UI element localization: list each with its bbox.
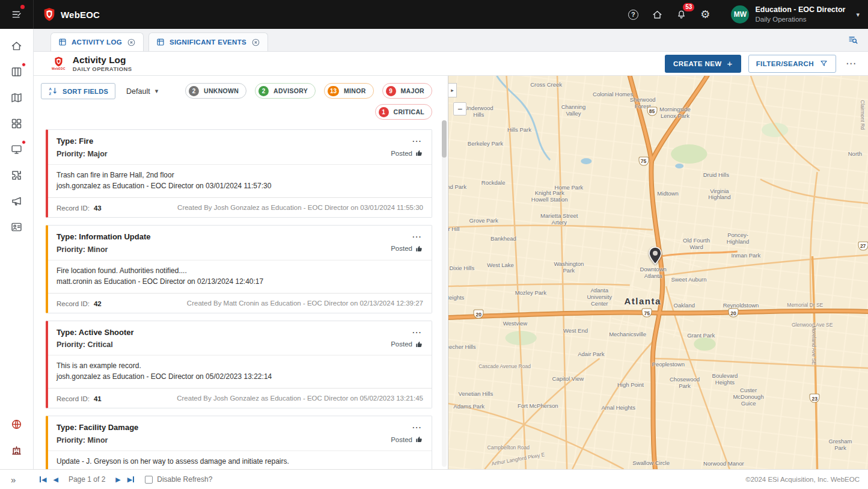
- disable-refresh-checkbox[interactable]: [145, 476, 153, 484]
- record-id-label: Record ID:: [57, 205, 90, 212]
- activity-record[interactable]: Type: Information Update Priority: Minor…: [46, 225, 432, 313]
- copyright: ©2024 ESi Acquisition, Inc. WebEOC: [745, 476, 860, 483]
- create-new-button[interactable]: CREATE NEW +: [665, 55, 741, 73]
- chip-label: UNKNOWN: [204, 87, 239, 94]
- tab-label: SIGNIFICANT EVENTS: [170, 38, 246, 46]
- sidebar-item-monitor[interactable]: [6, 138, 28, 160]
- chip-count-badge: 2: [189, 86, 199, 96]
- thumbs-up-icon: [415, 435, 423, 443]
- home-button[interactable]: [648, 5, 666, 23]
- record-type: Type: Fire: [57, 135, 108, 148]
- record-footer: Record ID:41 Created By Josh Gonzalez as…: [48, 388, 432, 408]
- prev-page-button[interactable]: ◀: [53, 476, 58, 483]
- sidebar-item-plugins[interactable]: [6, 164, 28, 186]
- next-page-button[interactable]: ▶: [115, 476, 120, 483]
- posted-label: Posted: [391, 436, 412, 443]
- sidebar-item-boards[interactable]: [6, 61, 28, 82]
- close-tab-icon[interactable]: [127, 38, 136, 47]
- record-created-by: Created By Josh Gonzalez as Education - …: [177, 204, 423, 211]
- record-priority: Priority: Minor: [57, 434, 138, 446]
- filter-chip-major[interactable]: 9MAJOR: [382, 83, 432, 99]
- svg-text:A: A: [49, 87, 52, 91]
- chevron-down-icon: ▾: [155, 87, 159, 95]
- filter-chip-critical[interactable]: 1CRITICAL: [375, 104, 432, 120]
- zoom-out-button[interactable]: −: [453, 102, 466, 115]
- record-id-value: 42: [94, 300, 102, 307]
- record-footer: Record ID:43 Created By Josh Gonzalez as…: [48, 197, 432, 217]
- home-icon: [10, 40, 23, 52]
- footer: » ◀ ◀ Page 1 of 2 ▶ ▶ Disable Refresh? ©…: [0, 469, 868, 489]
- sidebar-item-contacts[interactable]: [6, 216, 28, 238]
- record-type: Type: Active Shooter: [57, 327, 134, 339]
- map-marker-pin[interactable]: [648, 247, 662, 267]
- status-chips: 2UNKNOWN2ADVISORY13MINOR9MAJOR1CRITICAL: [181, 83, 432, 120]
- filter-chip-unknown[interactable]: 2UNKNOWN: [185, 83, 246, 99]
- settings-button[interactable]: ⚙: [696, 5, 714, 23]
- record-more-button[interactable]: ⋯: [410, 231, 423, 243]
- board-more-button[interactable]: ⋯: [843, 57, 858, 70]
- thumbs-up-icon: [415, 149, 423, 157]
- funnel-icon: [819, 59, 828, 68]
- contacts-icon: [10, 221, 23, 233]
- posted-label: Posted: [391, 245, 412, 252]
- record-id-label: Record ID:: [57, 300, 90, 307]
- notifications-button[interactable]: 53: [672, 5, 690, 23]
- chip-count-badge: 13: [328, 86, 339, 96]
- record-more-button[interactable]: ⋯: [410, 327, 423, 339]
- board-search-button[interactable]: [845, 32, 861, 48]
- filter-chip-minor[interactable]: 13MINOR: [324, 83, 374, 99]
- disable-refresh-label: Disable Refresh?: [157, 475, 212, 484]
- activity-record[interactable]: Type: Facility Damage Priority: Minor ⋯ …: [46, 416, 432, 469]
- tab-label: ACTIVITY LOG: [72, 38, 122, 46]
- record-header: Type: Facility Damage Priority: Minor ⋯ …: [48, 416, 432, 451]
- tab-activity-log[interactable]: ACTIVITY LOG: [50, 32, 144, 51]
- sidebar-item-maps[interactable]: [6, 87, 28, 108]
- record-list: Type: Fire Priority: Major ⋯ Posted Tras…: [34, 120, 448, 469]
- list-toolbar: AZ SORT FIELDS Default ▾ 2UNKNOWN2ADVISO…: [34, 76, 448, 120]
- board-grid-icon: [58, 38, 67, 46]
- sidebar-item-broadcast[interactable]: [6, 190, 28, 212]
- tab-bar: ACTIVITY LOGSIGNIFICANT EVENTS: [34, 29, 868, 52]
- sidebar-expand-button[interactable]: »: [11, 475, 24, 485]
- menu-button[interactable]: [0, 0, 34, 29]
- sidebar-item-globe[interactable]: [6, 413, 28, 435]
- tab-significant-events[interactable]: SIGNIFICANT EVENTS: [148, 32, 268, 51]
- help-button[interactable]: ?: [624, 5, 642, 23]
- avatar: MW: [731, 5, 749, 23]
- user-menu[interactable]: MW Education - EOC Director Daily Operat…: [731, 5, 860, 23]
- filter-chip-advisory[interactable]: 2ADVISORY: [255, 83, 316, 99]
- first-page-button[interactable]: ◀: [40, 476, 46, 483]
- disable-refresh-control: Disable Refresh?: [145, 475, 212, 484]
- activity-record[interactable]: Type: Active Shooter Priority: Critical …: [46, 321, 432, 409]
- gear-icon: ⚙: [700, 9, 710, 20]
- map-roads: [448, 76, 868, 469]
- svg-text:Z: Z: [49, 92, 51, 96]
- filter-search-button[interactable]: FILTER/SEARCH: [748, 55, 836, 73]
- menu-notification-dot: [20, 5, 25, 9]
- help-icon: ?: [628, 10, 638, 20]
- posted-label: Posted: [391, 340, 412, 348]
- plus-icon: +: [727, 58, 732, 69]
- sort-fields-button[interactable]: AZ SORT FIELDS: [41, 83, 115, 99]
- sort-order-value: Default: [126, 87, 150, 96]
- board-titles: Activity Log DAILY OPERATIONS: [73, 55, 132, 73]
- sidebar-item-home[interactable]: [6, 35, 28, 57]
- sort-order-dropdown[interactable]: Default ▾: [126, 83, 158, 99]
- record-more-button[interactable]: ⋯: [410, 422, 423, 434]
- scrollbar-track[interactable]: [442, 120, 447, 467]
- map-collapse-handle[interactable]: ▸: [448, 83, 457, 97]
- sidebar-item-apps[interactable]: [6, 112, 28, 134]
- record-more-button[interactable]: ⋯: [410, 135, 423, 147]
- webeoc-window: WebEOC ? 53 ⚙ MW Education - EOC Directo…: [0, 0, 868, 489]
- last-page-button[interactable]: ▶: [127, 476, 134, 483]
- close-tab-icon[interactable]: [251, 38, 260, 47]
- record-header: Type: Fire Priority: Major ⋯ Posted: [48, 130, 432, 165]
- chip-count-badge: 2: [258, 86, 269, 96]
- map-canvas[interactable]: Cross CreekColonial HomesUnderwood Hills…: [448, 76, 868, 469]
- activity-record[interactable]: Type: Fire Priority: Major ⋯ Posted Tras…: [46, 129, 432, 218]
- sidebar-item-organization[interactable]: [6, 439, 28, 461]
- record-type: Type: Facility Damage: [57, 422, 138, 434]
- scrollbar-thumb[interactable]: [442, 120, 447, 158]
- chevron-down-icon: ▾: [856, 11, 860, 19]
- monitor-icon: [10, 143, 23, 156]
